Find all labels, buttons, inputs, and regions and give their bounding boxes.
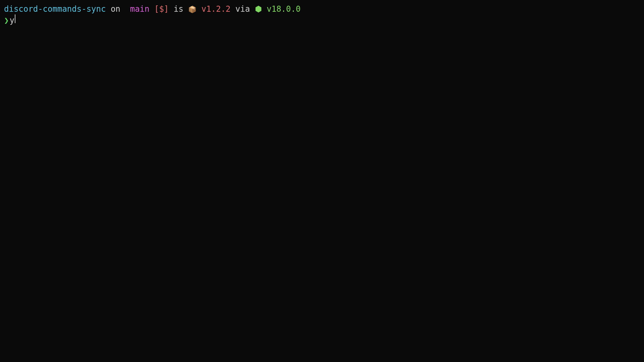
git-branch: main [130,4,150,14]
package-icon: 📦 [188,5,197,13]
typed-command: y [9,15,14,26]
git-status-close-bracket: ] [164,4,169,14]
cursor [15,14,15,23]
shell-prompt-line: discord-commands-sync on main [$] is 📦 v… [4,4,640,14]
git-status-open-bracket: [ [154,4,159,14]
package-version: v1.2.2 [202,4,231,14]
shell-input-line[interactable]: ❯ y [4,14,640,26]
directory-name: discord-commands-sync [4,4,106,14]
via-word: via [235,4,250,14]
on-word: on [111,4,120,14]
node-icon: ⬢ [255,4,262,14]
git-status-symbol: $ [159,4,164,14]
is-word: is [174,4,183,14]
prompt-arrow-icon: ❯ [4,15,9,26]
node-version: v18.0.0 [267,4,301,14]
